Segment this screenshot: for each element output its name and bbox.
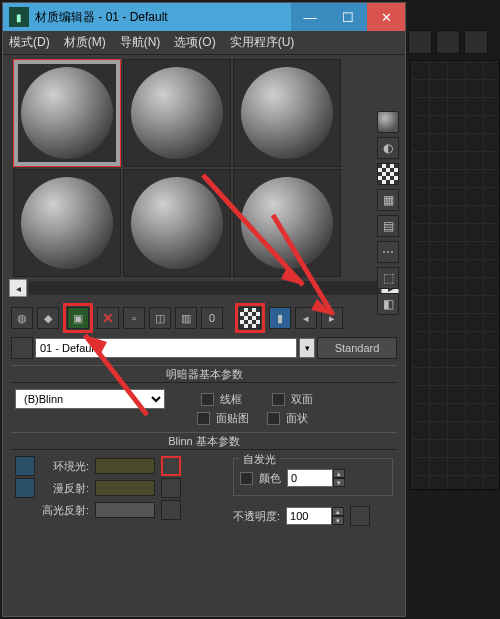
put-to-library-icon[interactable]: ▥	[175, 307, 197, 329]
diffuse-label: 漫反射:	[41, 481, 89, 496]
menu-material[interactable]: 材质(M)	[64, 34, 106, 51]
sample-sphere	[241, 177, 333, 269]
assign-highlight-box: ▣	[63, 303, 93, 333]
name-dropdown-icon[interactable]: ▾	[299, 338, 315, 358]
show-in-viewport-highlight-box	[235, 303, 265, 333]
make-copy-icon[interactable]: ▫	[123, 307, 145, 329]
rollout-shader-header[interactable]: 明暗器基本参数	[11, 365, 397, 383]
two-sided-checkbox[interactable]	[272, 393, 285, 406]
menu-options[interactable]: 选项(O)	[174, 34, 215, 51]
reset-map-icon[interactable]: ✕	[97, 307, 119, 329]
bg-tool-icon[interactable]	[408, 30, 432, 54]
minimize-button[interactable]: —	[291, 3, 329, 31]
specular-label: 高光反射:	[41, 503, 89, 518]
diffuse-map-button[interactable]	[161, 478, 181, 498]
diffuse-color-swatch[interactable]	[95, 480, 155, 496]
sample-slot-5[interactable]	[233, 169, 341, 277]
sample-slot-3[interactable]	[13, 169, 121, 277]
sample-sphere	[21, 177, 113, 269]
material-type-button[interactable]: Standard	[317, 337, 397, 359]
sample-slot-2[interactable]	[233, 59, 341, 167]
menubar: 模式(D) 材质(M) 导航(N) 选项(O) 实用程序(U)	[3, 31, 405, 55]
faceted-checkbox[interactable]	[267, 412, 280, 425]
wire-label: 线框	[220, 392, 242, 407]
material-id-icon[interactable]: 0	[201, 307, 223, 329]
rollout-blinn-header[interactable]: Blinn 基本参数	[11, 432, 397, 450]
sample-sphere	[21, 67, 113, 159]
backlight-icon[interactable]: ◐	[377, 137, 399, 159]
sample-sphere	[241, 67, 333, 159]
selfillum-spinner[interactable]: ▴▾	[287, 469, 345, 487]
window-title: 材质编辑器 - 01 - Default	[35, 9, 291, 26]
color-checkbox[interactable]	[240, 472, 253, 485]
ambient-label: 环境光:	[41, 459, 89, 474]
material-name-input[interactable]	[35, 338, 297, 358]
maximize-button[interactable]: ☐	[329, 3, 367, 31]
opacity-spinner[interactable]: ▴▾	[286, 507, 344, 525]
specular-color-swatch[interactable]	[95, 502, 155, 518]
video-color-icon[interactable]: ▤	[377, 215, 399, 237]
sample-slot-1[interactable]	[123, 59, 231, 167]
app-icon: ▮	[9, 7, 29, 27]
pick-material-icon[interactable]	[11, 337, 33, 359]
facemap-checkbox[interactable]	[197, 412, 210, 425]
menu-mode[interactable]: 模式(D)	[9, 34, 50, 51]
sample-slot-4[interactable]	[123, 169, 231, 277]
put-to-scene-icon[interactable]: ◆	[37, 307, 59, 329]
bg-tool-icon[interactable]	[464, 30, 488, 54]
sample-uv-icon[interactable]: ▦	[377, 189, 399, 211]
opacity-value[interactable]	[286, 507, 332, 525]
show-end-result-icon[interactable]: ▮	[269, 307, 291, 329]
bg-tool-icon[interactable]	[436, 30, 460, 54]
spin-up-icon[interactable]: ▴	[332, 507, 344, 516]
select-by-material-icon[interactable]: ⬚	[377, 267, 399, 289]
facemap-label: 面贴图	[216, 411, 249, 426]
material-editor-window: ▮ 材质编辑器 - 01 - Default — ☐ ✕ 模式(D) 材质(M)…	[2, 2, 406, 617]
specular-map-button[interactable]	[161, 500, 181, 520]
opacity-map-button[interactable]	[350, 506, 370, 526]
show-in-viewport-icon[interactable]	[239, 307, 261, 329]
menu-nav[interactable]: 导航(N)	[120, 34, 161, 51]
sample-sphere	[131, 67, 223, 159]
diffuse-lock-icon[interactable]	[15, 478, 35, 498]
titlebar: ▮ 材质编辑器 - 01 - Default — ☐ ✕	[3, 3, 405, 31]
go-to-parent-icon[interactable]: ◂	[295, 307, 317, 329]
horizontal-toolbar: ◍ ◆ ▣ ✕ ▫ ◫ ▥ 0 ▮ ◂ ▸	[11, 303, 399, 333]
sample-slot-0[interactable]	[13, 59, 121, 167]
background-viewport-grid	[410, 60, 500, 490]
scroll-left-button[interactable]: ◂	[9, 279, 27, 297]
shader-panel: (B)Blinn 线框 双面 面贴图 面状	[11, 383, 397, 432]
background-checker-icon[interactable]	[377, 163, 399, 185]
wire-checkbox[interactable]	[201, 393, 214, 406]
close-button[interactable]: ✕	[367, 3, 405, 31]
slot-scrollbar: ◂ ▸	[9, 279, 399, 297]
sample-slots	[13, 59, 401, 277]
material-map-navigator-icon[interactable]: ◧	[377, 293, 399, 315]
two-sided-label: 双面	[291, 392, 313, 407]
assign-to-selection-icon[interactable]: ▣	[67, 307, 89, 329]
spin-down-icon[interactable]: ▾	[333, 478, 345, 487]
scroll-track[interactable]	[29, 281, 379, 295]
opacity-label: 不透明度:	[233, 509, 280, 524]
sample-type-icon[interactable]	[377, 111, 399, 133]
get-material-icon[interactable]: ◍	[11, 307, 33, 329]
make-unique-icon[interactable]: ◫	[149, 307, 171, 329]
blinn-panel: 环境光: 漫反射: 高光反射:	[11, 450, 397, 532]
selfillum-value[interactable]	[287, 469, 333, 487]
right-sample-toolbar: ◐ ▦ ▤ ⋯ ⬚ ◧	[375, 111, 401, 315]
shader-select[interactable]: (B)Blinn	[15, 389, 165, 409]
menu-util[interactable]: 实用程序(U)	[230, 34, 295, 51]
ambient-map-button[interactable]	[161, 456, 181, 476]
options-icon[interactable]: ⋯	[377, 241, 399, 263]
go-forward-icon[interactable]: ▸	[321, 307, 343, 329]
color-label: 颜色	[259, 471, 281, 486]
sample-sphere	[131, 177, 223, 269]
self-illum-title: 自发光	[240, 452, 279, 467]
material-name-row: ▾ Standard	[11, 337, 397, 359]
ambient-color-swatch[interactable]	[95, 458, 155, 474]
spin-up-icon[interactable]: ▴	[333, 469, 345, 478]
faceted-label: 面状	[286, 411, 308, 426]
background-command-panel	[408, 30, 498, 54]
ambient-lock-icon[interactable]	[15, 456, 35, 476]
spin-down-icon[interactable]: ▾	[332, 516, 344, 525]
